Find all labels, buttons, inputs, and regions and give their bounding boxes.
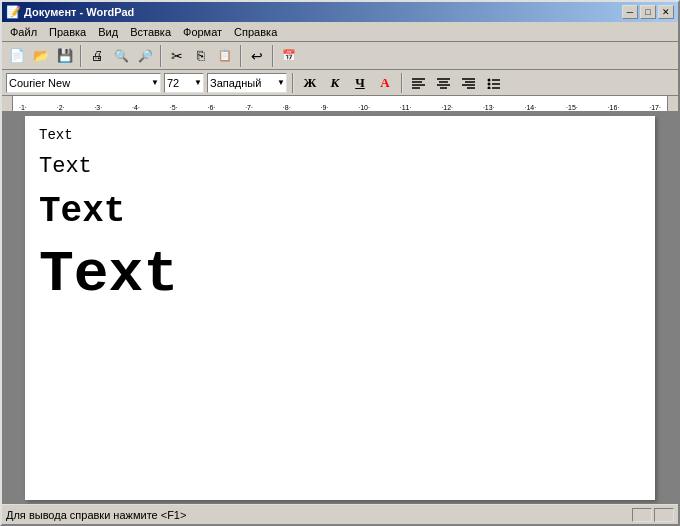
undo-button[interactable]: ↩ bbox=[246, 45, 268, 67]
open-icon: 📂 bbox=[33, 48, 49, 63]
status-box-1 bbox=[632, 508, 652, 522]
menu-view[interactable]: Вид bbox=[92, 24, 124, 40]
ruler-mark: ·13· bbox=[483, 104, 495, 111]
svg-point-16 bbox=[488, 86, 491, 89]
encoding-select-wrapper: Западный ▼ bbox=[207, 73, 287, 93]
app-icon: 📝 bbox=[6, 5, 20, 19]
paste-icon: 📋 bbox=[218, 49, 232, 62]
menu-file[interactable]: Файл bbox=[4, 24, 43, 40]
ruler-mark: ·17· bbox=[649, 104, 661, 111]
align-left-button[interactable] bbox=[408, 73, 430, 93]
ruler-mark: ·15· bbox=[566, 104, 578, 111]
status-box-2 bbox=[654, 508, 674, 522]
ruler-mark: ·16· bbox=[608, 104, 620, 111]
find-icon: 🔎 bbox=[138, 49, 153, 63]
ruler-mark: ·7· bbox=[245, 104, 253, 111]
print-button[interactable]: 🖨 bbox=[86, 45, 108, 67]
close-button[interactable]: ✕ bbox=[658, 5, 674, 19]
title-bar: 📝 Документ - WordPad ─ □ ✕ bbox=[2, 2, 678, 22]
find-button[interactable]: 🔎 bbox=[134, 45, 156, 67]
menu-bar: Файл Правка Вид Вставка Формат Справка bbox=[2, 22, 678, 42]
paste-button[interactable]: 📋 bbox=[214, 45, 236, 67]
print-icon: 🖨 bbox=[91, 48, 104, 63]
menu-help[interactable]: Справка bbox=[228, 24, 283, 40]
encoding-select[interactable]: Западный bbox=[207, 73, 287, 93]
format-sep-1 bbox=[292, 73, 294, 93]
text-line-2: Text bbox=[39, 155, 641, 179]
align-center-button[interactable] bbox=[433, 73, 455, 93]
align-center-icon bbox=[437, 77, 451, 89]
copy-button[interactable]: ⎘ bbox=[190, 45, 212, 67]
align-right-button[interactable] bbox=[458, 73, 480, 93]
maximize-button[interactable]: □ bbox=[640, 5, 656, 19]
menu-format[interactable]: Формат bbox=[177, 24, 228, 40]
main-toolbar: 📄 📂 💾 🖨 🔍 🔎 ✂ ⎘ 📋 ↩ bbox=[2, 42, 678, 70]
ruler-mark: ·6· bbox=[207, 104, 215, 111]
status-boxes bbox=[632, 508, 674, 522]
new-icon: 📄 bbox=[9, 48, 25, 63]
format-toolbar: Courier New Arial Times New Roman ▼ 72 8… bbox=[2, 70, 678, 96]
title-bar-buttons: ─ □ ✕ bbox=[622, 5, 674, 19]
title-bar-left: 📝 Документ - WordPad bbox=[6, 5, 134, 19]
new-button[interactable]: 📄 bbox=[6, 45, 28, 67]
color-icon bbox=[380, 75, 389, 91]
save-icon: 💾 bbox=[57, 48, 73, 63]
ruler-mark: ·8· bbox=[283, 104, 291, 111]
text-line-3: Text bbox=[39, 192, 641, 232]
document-page[interactable]: Text Text Text Text bbox=[25, 116, 655, 500]
copy-icon: ⎘ bbox=[197, 48, 205, 63]
toolbar-sep-3 bbox=[240, 45, 242, 67]
minimize-button[interactable]: ─ bbox=[622, 5, 638, 19]
ruler-inner: ·1· ·2· ·3· ·4· ·5· ·6· ·7· ·8· ·9· ·10·… bbox=[12, 96, 668, 111]
open-button[interactable]: 📂 bbox=[30, 45, 52, 67]
status-bar: Для вывода справки нажмите <F1> bbox=[2, 504, 678, 524]
ruler-mark: ·4· bbox=[132, 104, 140, 111]
ruler-mark: ·10· bbox=[358, 104, 370, 111]
menu-edit[interactable]: Правка bbox=[43, 24, 92, 40]
save-button[interactable]: 💾 bbox=[54, 45, 76, 67]
italic-button[interactable]: К bbox=[324, 73, 346, 93]
ruler-mark: ·1· bbox=[19, 104, 27, 111]
datetime-icon: 📅 bbox=[282, 49, 296, 62]
ruler-mark: ·2· bbox=[57, 104, 65, 111]
document-area[interactable]: Text Text Text Text bbox=[2, 112, 678, 504]
bold-button[interactable]: Ж bbox=[299, 73, 321, 93]
size-select-wrapper: 72 8 10 12 14 18 24 36 48 ▼ bbox=[164, 73, 204, 93]
ruler: ·1· ·2· ·3· ·4· ·5· ·6· ·7· ·8· ·9· ·10·… bbox=[2, 96, 678, 112]
format-sep-2 bbox=[401, 73, 403, 93]
ruler-mark: ·14· bbox=[525, 104, 537, 111]
cut-button[interactable]: ✂ bbox=[166, 45, 188, 67]
toolbar-sep-2 bbox=[160, 45, 162, 67]
font-name-select[interactable]: Courier New Arial Times New Roman bbox=[6, 73, 161, 93]
menu-insert[interactable]: Вставка bbox=[124, 24, 177, 40]
datetime-button[interactable]: 📅 bbox=[278, 45, 300, 67]
preview-button[interactable]: 🔍 bbox=[110, 45, 132, 67]
status-text: Для вывода справки нажмите <F1> bbox=[6, 509, 632, 521]
align-right-icon bbox=[462, 77, 476, 89]
align-left-icon bbox=[412, 77, 426, 89]
underline-button[interactable]: Ч bbox=[349, 73, 371, 93]
ruler-mark: ·5· bbox=[170, 104, 178, 111]
toolbar-sep-4 bbox=[272, 45, 274, 67]
undo-icon: ↩ bbox=[251, 48, 263, 64]
bullets-button[interactable] bbox=[483, 73, 505, 93]
ruler-mark: ·12· bbox=[441, 104, 453, 111]
font-select-wrapper: Courier New Arial Times New Roman ▼ bbox=[6, 73, 161, 93]
bullets-icon bbox=[487, 77, 501, 89]
svg-point-12 bbox=[488, 78, 491, 81]
cut-icon: ✂ bbox=[171, 48, 183, 64]
toolbar-sep-1 bbox=[80, 45, 82, 67]
ruler-mark: ·3· bbox=[94, 104, 102, 111]
svg-point-14 bbox=[488, 82, 491, 85]
text-line-4: Text bbox=[39, 243, 641, 307]
text-line-1: Text bbox=[39, 128, 641, 143]
main-window: 📝 Документ - WordPad ─ □ ✕ Файл Правка В… bbox=[0, 0, 680, 526]
window-title: Документ - WordPad bbox=[24, 6, 134, 18]
ruler-mark: ·9· bbox=[321, 104, 329, 111]
preview-icon: 🔍 bbox=[114, 49, 129, 63]
color-button[interactable] bbox=[374, 73, 396, 93]
font-size-select[interactable]: 72 8 10 12 14 18 24 36 48 bbox=[164, 73, 204, 93]
ruler-mark: ·11· bbox=[400, 104, 412, 111]
